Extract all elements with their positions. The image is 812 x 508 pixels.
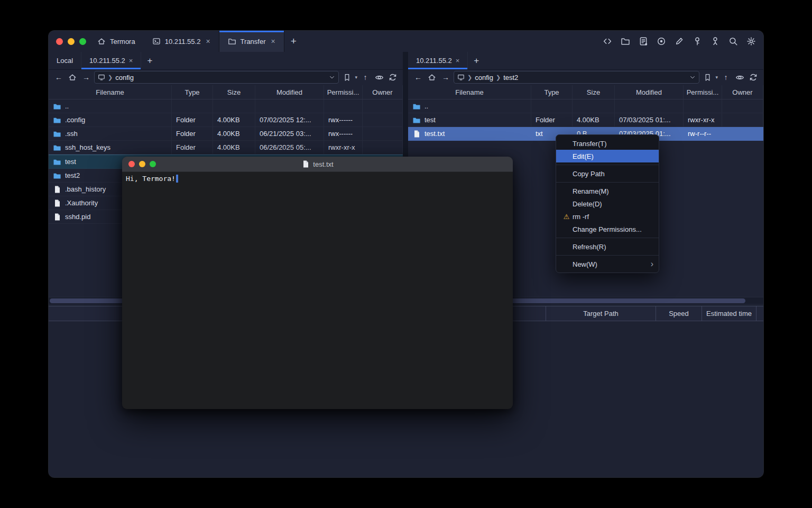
table-header: Filename Type Size Modified Permissi... … xyxy=(408,85,763,99)
editor-title: test.txt xyxy=(313,160,333,168)
tab-termora-home[interactable]: Termora xyxy=(89,31,144,52)
subtab-host[interactable]: 10.211.55.2 × xyxy=(81,52,141,69)
tab-transfer[interactable]: Transfer × xyxy=(219,31,284,52)
subtab-label: Local xyxy=(57,57,73,65)
bookmark-icon[interactable] xyxy=(341,74,353,81)
code-icon[interactable] xyxy=(601,35,613,48)
up-directory-icon[interactable]: ↑ xyxy=(720,73,732,81)
table-row[interactable]: .ssh Folder4.00KB06/21/2025 03:...rwx---… xyxy=(49,127,403,141)
terminal-icon xyxy=(152,37,161,46)
back-arrow-icon[interactable]: ← xyxy=(53,73,64,81)
transfer-header-spacer xyxy=(756,306,763,321)
text-cursor xyxy=(176,175,178,183)
table-row[interactable]: test Folder4.00KB07/03/2025 01:...rwxr-x… xyxy=(408,113,763,127)
settings-gear-icon[interactable] xyxy=(745,35,757,48)
path-separator: ❯ xyxy=(467,74,472,81)
editor-content[interactable]: Hi, Termora! xyxy=(122,172,513,185)
show-hidden-eye-icon[interactable] xyxy=(373,73,385,82)
editor-zoom-button[interactable] xyxy=(150,161,156,167)
tab-host-terminal[interactable]: 10.211.55.2 × xyxy=(144,31,219,52)
record-icon[interactable] xyxy=(655,35,667,48)
subtab-host[interactable]: 10.211.55.2 × xyxy=(408,52,468,69)
refresh-icon[interactable] xyxy=(748,73,759,81)
header-size[interactable]: Size xyxy=(573,85,615,99)
traffic-lights xyxy=(56,38,86,45)
back-arrow-icon[interactable]: ← xyxy=(412,73,424,81)
chevron-down-icon[interactable] xyxy=(329,74,335,80)
desktop: Termora 10.211.55.2 × Transfer × + xyxy=(0,0,812,508)
show-hidden-eye-icon[interactable] xyxy=(734,73,745,82)
folder-icon xyxy=(53,143,61,152)
close-tab-icon[interactable]: × xyxy=(271,37,275,46)
menu-item-transfer[interactable]: Transfer(T) xyxy=(556,137,659,150)
bookmark-icon[interactable] xyxy=(702,74,713,81)
table-row[interactable]: .. xyxy=(49,99,403,113)
computer-icon xyxy=(98,74,105,81)
refresh-icon[interactable] xyxy=(387,73,399,81)
home-icon[interactable] xyxy=(67,73,78,81)
header-permissions[interactable]: Permissi... xyxy=(684,85,722,99)
menu-item-new[interactable]: New(W)› xyxy=(556,258,659,270)
log-icon[interactable] xyxy=(637,35,649,48)
chevron-down-icon[interactable] xyxy=(689,74,696,80)
close-button[interactable] xyxy=(56,38,63,45)
up-directory-icon[interactable]: ↑ xyxy=(359,73,371,81)
path-segment[interactable]: test2 xyxy=(503,74,518,81)
header-modified[interactable]: Modified xyxy=(615,85,684,99)
table-row[interactable]: .. xyxy=(408,99,763,113)
file-icon xyxy=(53,199,61,207)
transfer-header-estimated-time[interactable]: Estimated time xyxy=(702,306,756,321)
forward-arrow-icon[interactable]: → xyxy=(80,73,92,81)
new-subtab-button[interactable]: + xyxy=(468,52,485,69)
header-modified[interactable]: Modified xyxy=(255,85,324,99)
menu-item-rm-rf[interactable]: ⚠rm -rf xyxy=(556,210,659,223)
zoom-button[interactable] xyxy=(79,38,86,45)
header-filename[interactable]: Filename xyxy=(49,85,172,99)
header-owner[interactable]: Owner xyxy=(363,85,403,99)
menu-item-delete[interactable]: Delete(D) xyxy=(556,197,659,210)
key-icon[interactable] xyxy=(691,35,703,48)
menu-item-refresh[interactable]: Refresh(R) xyxy=(556,240,659,253)
transfer-header-speed[interactable]: Speed xyxy=(656,306,702,321)
header-owner[interactable]: Owner xyxy=(722,85,763,99)
table-row[interactable]: ssh_host_keys Folder4.00KB06/26/2025 05:… xyxy=(49,141,403,155)
keychain-icon[interactable] xyxy=(709,35,721,48)
main-tabs: Termora 10.211.55.2 × Transfer × + xyxy=(89,31,303,52)
subtab-local[interactable]: Local xyxy=(49,52,81,69)
path-field[interactable]: ❯ config xyxy=(94,71,339,84)
menu-separator xyxy=(556,165,659,165)
menu-item-rename[interactable]: Rename(M) xyxy=(556,185,659,197)
home-icon[interactable] xyxy=(426,73,438,81)
new-tab-button[interactable]: + xyxy=(284,31,303,52)
path-field[interactable]: ❯ config ❯ test2 xyxy=(454,71,699,84)
menu-item-copy-path[interactable]: Copy Path xyxy=(556,167,659,180)
close-subtab-icon[interactable]: × xyxy=(456,57,460,65)
close-tab-icon[interactable]: × xyxy=(206,37,210,46)
menu-separator xyxy=(556,255,659,256)
search-icon[interactable] xyxy=(727,35,739,48)
bookmark-dropdown-caret[interactable]: ▾ xyxy=(715,75,718,80)
new-subtab-button[interactable]: + xyxy=(141,52,158,69)
folder-icon xyxy=(53,171,61,180)
table-row[interactable]: .config Folder4.00KB07/02/2025 12:...rwx… xyxy=(49,113,403,127)
header-permissions[interactable]: Permissi... xyxy=(324,85,363,99)
minimize-button[interactable] xyxy=(68,38,75,45)
editor-close-button[interactable] xyxy=(128,161,135,167)
computer-icon xyxy=(457,74,465,81)
menu-item-edit[interactable]: Edit(E) xyxy=(556,150,659,162)
header-type[interactable]: Type xyxy=(172,85,213,99)
folder-icon xyxy=(53,102,61,111)
header-filename[interactable]: Filename xyxy=(408,85,531,99)
transfer-header-target-path[interactable]: Target Path xyxy=(546,306,656,321)
close-subtab-icon[interactable]: × xyxy=(129,57,133,65)
header-type[interactable]: Type xyxy=(531,85,573,99)
forward-arrow-icon[interactable]: → xyxy=(440,73,451,81)
path-segment[interactable]: config xyxy=(115,74,134,81)
path-segment[interactable]: config xyxy=(475,74,493,81)
header-size[interactable]: Size xyxy=(213,85,255,99)
editor-minimize-button[interactable] xyxy=(139,161,145,167)
bookmark-dropdown-caret[interactable]: ▾ xyxy=(355,75,357,80)
edit-icon[interactable] xyxy=(673,35,685,48)
folder-icon[interactable] xyxy=(619,35,631,48)
menu-item-change-permissions[interactable]: Change Permissions... xyxy=(556,223,659,235)
